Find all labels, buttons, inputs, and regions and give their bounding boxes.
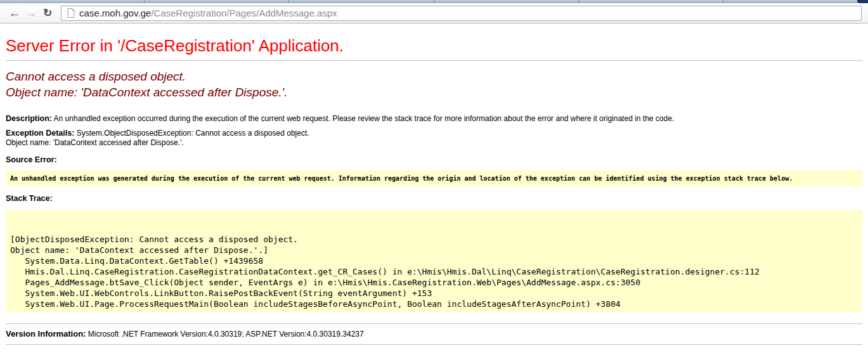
page-document-icon bbox=[67, 8, 75, 18]
exception-details-row: Exception Details: System.ObjectDisposed… bbox=[6, 129, 862, 148]
back-button[interactable]: ← bbox=[6, 5, 23, 22]
browser-tab-strip bbox=[0, 0, 868, 3]
browser-tab[interactable] bbox=[145, 0, 289, 3]
description-text: An unhandled exception occurred during t… bbox=[54, 114, 675, 123]
stack-trace-text: [ObjectDisposedException: Cannot access … bbox=[10, 212, 858, 309]
reload-button[interactable]: ↻ bbox=[39, 5, 56, 22]
page-title: Server Error in '/CaseRegistration' Appl… bbox=[6, 36, 862, 55]
version-info-text: Microsoft .NET Framework Version:4.0.303… bbox=[88, 330, 364, 339]
error-message-line1: Cannot access a disposed object. bbox=[6, 70, 186, 83]
server-error-page: Server Error in '/CaseRegistration' Appl… bbox=[0, 36, 868, 345]
source-error-label: Source Error: bbox=[6, 155, 862, 164]
exception-details-label: Exception Details: bbox=[6, 129, 74, 138]
bottom-divider bbox=[6, 344, 862, 345]
version-info-row: Version Information: Microsoft .NET Fram… bbox=[6, 329, 862, 339]
url-address-bar[interactable]: case.moh.gov.ge/CaseRegistration/Pages/A… bbox=[61, 6, 862, 21]
forward-arrow-icon: → bbox=[25, 6, 37, 20]
tab-strip-corner-accent bbox=[857, 0, 868, 3]
stack-trace-label: Stack Trace: bbox=[6, 194, 862, 203]
title-divider bbox=[6, 60, 862, 61]
source-error-box: An unhandled exception was generated dur… bbox=[6, 171, 862, 186]
description-row: Description: An unhandled exception occu… bbox=[6, 114, 862, 124]
browser-tab[interactable] bbox=[579, 0, 723, 3]
browser-tab[interactable] bbox=[434, 0, 579, 3]
version-info-label: Version Information: bbox=[6, 329, 86, 339]
error-message-line2: Object name: 'DataContext accessed after… bbox=[6, 86, 287, 99]
exception-details-text: System.ObjectDisposedException: Cannot a… bbox=[77, 129, 309, 138]
url-path: /CaseRegistration/Pages/AddMessage.aspx bbox=[151, 8, 337, 18]
forward-button[interactable]: → bbox=[23, 5, 39, 22]
exception-details-text-line2: Object name: 'DataContext accessed after… bbox=[6, 138, 184, 147]
reload-icon: ↻ bbox=[43, 6, 52, 20]
browser-toolbar: ← → ↻ case.moh.gov.ge/CaseRegistration/P… bbox=[0, 3, 868, 23]
url-text: case.moh.gov.ge/CaseRegistration/Pages/A… bbox=[79, 8, 337, 18]
footer-divider bbox=[6, 323, 862, 324]
browser-tab[interactable] bbox=[0, 0, 145, 3]
stack-trace-box: [ObjectDisposedException: Cannot access … bbox=[6, 210, 862, 312]
browser-tab[interactable] bbox=[723, 0, 868, 3]
back-arrow-icon: ← bbox=[9, 6, 21, 20]
url-host: case.moh.gov.ge bbox=[79, 8, 151, 18]
browser-tab[interactable] bbox=[289, 0, 434, 3]
error-message: Cannot access a disposed object. Object … bbox=[6, 68, 862, 100]
description-label: Description: bbox=[6, 114, 52, 123]
